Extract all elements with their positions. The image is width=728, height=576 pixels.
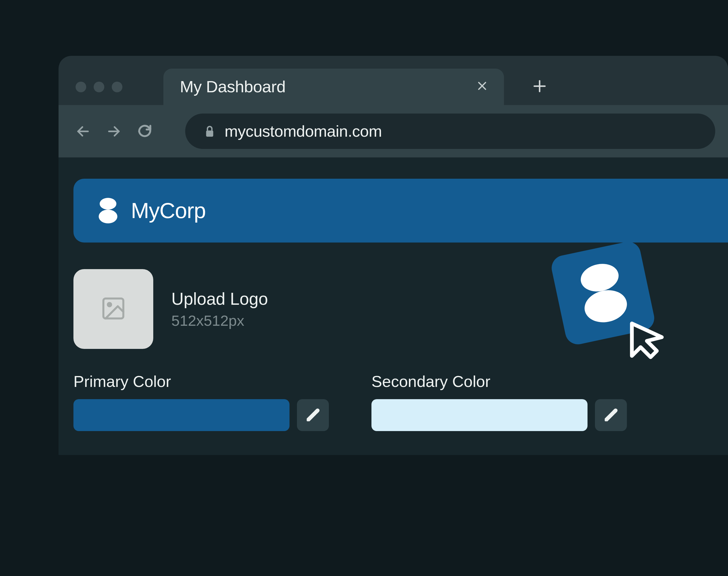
cursor-icon [627,320,667,363]
window-control-minimize[interactable] [94,82,104,92]
browser-tab[interactable]: My Dashboard [163,68,504,105]
upload-logo-dropzone[interactable] [74,269,153,349]
lock-icon [204,125,215,138]
upload-text: Upload Logo 512x512px [171,289,268,329]
reload-button[interactable] [135,122,154,141]
svg-point-7 [100,198,116,209]
svg-point-8 [99,209,117,223]
upload-hint: 512x512px [171,312,268,329]
brand-name: MyCorp [131,198,206,223]
close-icon[interactable] [476,78,488,95]
svg-point-11 [578,260,621,295]
colors-section: Primary Color Secondary Color [59,359,728,455]
back-button[interactable] [74,122,92,141]
svg-point-10 [108,303,111,306]
secondary-eyedropper-button[interactable] [595,399,627,431]
secondary-color-group: Secondary Color [371,372,627,431]
window-control-maximize[interactable] [112,82,122,92]
secondary-color-row [371,399,627,431]
image-placeholder-icon [100,295,127,323]
tab-bar: My Dashboard [59,68,728,105]
primary-color-swatch[interactable] [74,399,289,431]
secondary-color-swatch[interactable] [371,399,588,431]
primary-eyedropper-button[interactable] [297,399,329,431]
brand-banner: MyCorp [74,179,728,242]
address-bar[interactable]: mycustomdomain.com [185,114,715,149]
svg-point-12 [582,286,630,326]
new-tab-button[interactable] [532,77,548,97]
browser-toolbar: mycustomdomain.com [59,105,728,157]
page-content: MyCorp Upload Logo 512x512px Primary Col… [59,157,728,455]
window-control-close[interactable] [76,82,86,92]
window-controls [76,82,122,92]
upload-title: Upload Logo [171,289,268,309]
browser-chrome: My Dashboard mycus [59,56,728,157]
secondary-color-label: Secondary Color [371,372,627,391]
upload-section: Upload Logo 512x512px [59,242,728,359]
browser-window: My Dashboard mycus [59,56,728,455]
primary-color-group: Primary Color [74,372,329,431]
hourglass-logo-icon [98,198,118,223]
tab-title: My Dashboard [180,77,285,96]
svg-rect-6 [206,130,214,137]
primary-color-row [74,399,329,431]
forward-button[interactable] [104,122,123,141]
primary-color-label: Primary Color [74,372,329,391]
url-text: mycustomdomain.com [225,122,382,140]
